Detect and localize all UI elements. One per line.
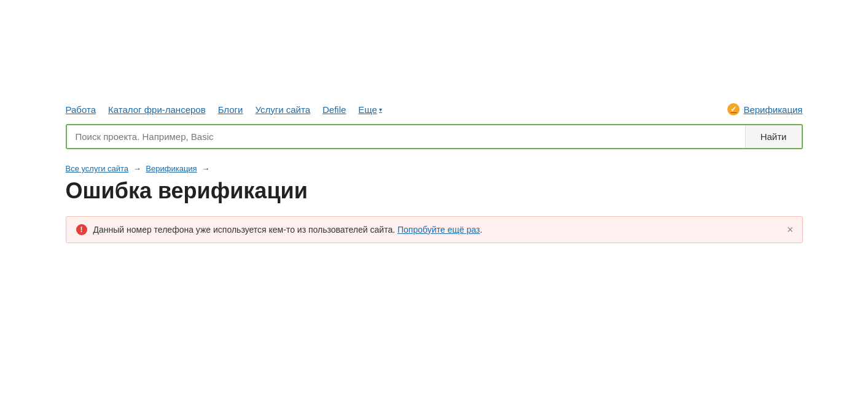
search-input[interactable] — [67, 125, 745, 148]
breadcrumb-all-services[interactable]: Все услуги сайта — [66, 164, 129, 173]
search-bar: Найти — [66, 124, 803, 149]
error-retry-link[interactable]: Попробуйте ещё раз — [397, 225, 480, 235]
error-box: ! Данный номер телефона уже используется… — [66, 216, 803, 243]
nav-defile-link[interactable]: Defile — [323, 104, 346, 115]
breadcrumb-arrow-1: → — [133, 164, 141, 173]
chevron-down-icon: ▾ — [379, 106, 382, 113]
page-title: Ошибка верификации — [66, 178, 803, 204]
breadcrumb: Все услуги сайта → Верификация → — [66, 164, 803, 173]
nav-more-label: Еще — [358, 104, 377, 115]
nav-more-dropdown[interactable]: Еще ▾ — [358, 104, 382, 115]
nav-blogs-link[interactable]: Блоги — [218, 104, 243, 115]
search-button[interactable]: Найти — [745, 125, 802, 148]
close-button[interactable]: × — [787, 224, 794, 235]
nav-services-link[interactable]: Услуги сайта — [255, 104, 310, 115]
breadcrumb-arrow-2: → — [201, 164, 209, 173]
error-link-suffix: . — [480, 225, 482, 235]
breadcrumb-verification[interactable]: Верификация — [146, 164, 197, 173]
error-icon: ! — [76, 224, 87, 235]
verification-icon: ✓ — [727, 103, 740, 115]
error-message-text: Данный номер телефона уже используется к… — [93, 225, 396, 235]
verification-nav-label: Верификация — [743, 104, 802, 115]
error-text: Данный номер телефона уже используется к… — [93, 225, 792, 235]
verification-nav-link[interactable]: ✓ Верификация — [727, 103, 802, 115]
nav-work-link[interactable]: Работа — [66, 104, 96, 115]
nav-catalog-link[interactable]: Каталог фри-лансеров — [108, 104, 206, 115]
nav-menu: Работа Каталог фри-лансеров Блоги Услуги… — [66, 98, 803, 120]
